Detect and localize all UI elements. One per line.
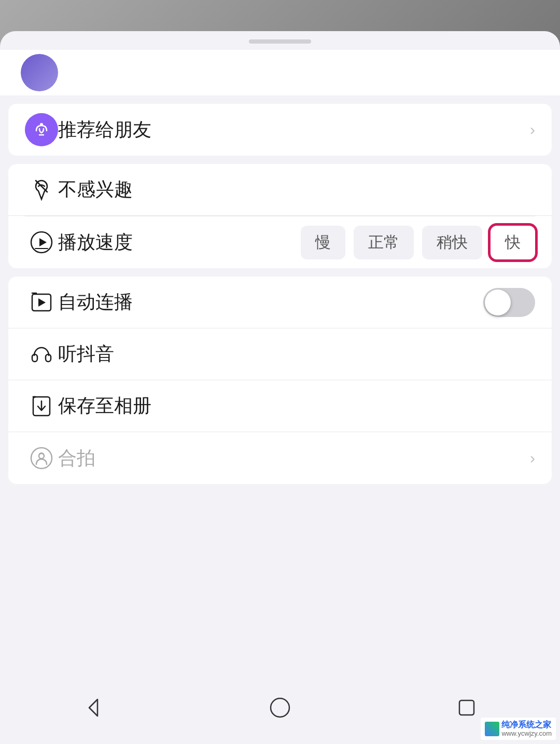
autoplay-item[interactable]: 自动连播 bbox=[8, 277, 552, 328]
speed-normal[interactable]: 正常 bbox=[354, 226, 414, 259]
collab-chevron: › bbox=[530, 449, 535, 467]
listen-label: 听抖音 bbox=[58, 341, 535, 367]
watermark-text: 纯净系统之家 www.ycwjzy.com bbox=[501, 720, 552, 738]
recommend-label: 推荐给朋友 bbox=[58, 117, 530, 143]
speed-slow[interactable]: 慢 bbox=[301, 226, 345, 259]
drag-handle[interactable] bbox=[249, 39, 311, 44]
speed-slightly-fast[interactable]: 稍快 bbox=[422, 226, 482, 259]
svg-rect-16 bbox=[459, 700, 474, 715]
listen-icon bbox=[25, 338, 58, 371]
playback-speed-item: 播放速度 慢 正常 稍快 快 bbox=[8, 216, 552, 268]
save-icon bbox=[25, 390, 58, 423]
recommend-item[interactable]: 推荐给朋友 › bbox=[8, 104, 552, 156]
collab-label: 合拍 bbox=[58, 446, 530, 471]
playback-speed-label: 播放速度 bbox=[58, 230, 292, 255]
disinterest-label: 不感兴趣 bbox=[58, 177, 535, 202]
speed-fast[interactable]: 快 bbox=[491, 226, 535, 259]
svg-point-15 bbox=[271, 698, 289, 717]
speed-options: 慢 正常 稍快 快 bbox=[292, 226, 535, 259]
settings-card: 不感兴趣 播放速度 慢 正常 稍快 快 bbox=[8, 164, 552, 268]
autoplay-label: 自动连播 bbox=[58, 290, 483, 315]
svg-point-0 bbox=[40, 123, 43, 126]
recommend-card: 推荐给朋友 › bbox=[8, 104, 552, 156]
bottom-sheet: 推荐给朋友 › 不感兴趣 bbox=[0, 31, 560, 744]
svg-marker-3 bbox=[39, 238, 47, 246]
svg-marker-14 bbox=[89, 699, 97, 716]
bottom-navigation bbox=[0, 682, 560, 744]
playback-speed-icon bbox=[25, 226, 58, 259]
home-button[interactable] bbox=[259, 687, 301, 728]
watermark: 纯净系统之家 www.ycwjzy.com bbox=[481, 718, 556, 740]
recommend-icon bbox=[25, 113, 58, 146]
svg-marker-7 bbox=[38, 298, 46, 307]
collab-item[interactable]: 合拍 › bbox=[8, 432, 552, 484]
collab-icon bbox=[25, 442, 58, 475]
autoplay-icon bbox=[25, 286, 58, 319]
avatar-row bbox=[0, 50, 560, 95]
back-button[interactable] bbox=[73, 687, 114, 728]
listen-item[interactable]: 听抖音 bbox=[8, 328, 552, 380]
recommend-chevron: › bbox=[530, 121, 535, 139]
watermark-logo bbox=[485, 722, 499, 736]
save-label: 保存至相册 bbox=[58, 393, 535, 419]
autoplay-toggle[interactable] bbox=[483, 288, 535, 317]
disinterest-item[interactable]: 不感兴趣 bbox=[8, 164, 552, 216]
avatar bbox=[21, 54, 58, 91]
toggle-thumb bbox=[485, 290, 511, 315]
more-settings-card: 自动连播 听抖音 bbox=[8, 277, 552, 484]
save-item[interactable]: 保存至相册 bbox=[8, 380, 552, 432]
disinterest-icon bbox=[25, 173, 58, 206]
